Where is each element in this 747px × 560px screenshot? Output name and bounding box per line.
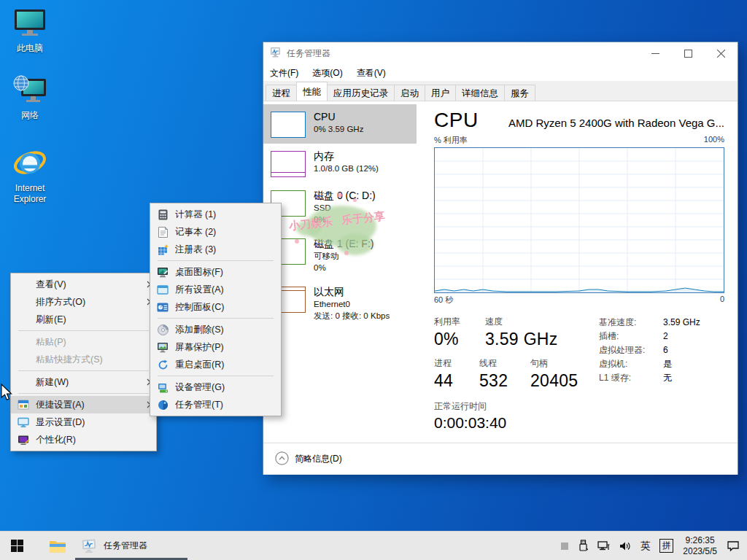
menu-separator (18, 330, 149, 331)
tab-users[interactable]: 用户 (425, 85, 456, 101)
cpu-details: 基准速度:3.59 GHz 插槽:2 虚拟处理器:6 虚拟机:是 L1 缓存:无 (599, 316, 700, 433)
detail-value: 3.59 GHz (663, 316, 700, 330)
menu-item-sort-by[interactable]: 排序方式(O) (11, 293, 156, 311)
handles-label: 句柄 (530, 357, 578, 370)
submenu-item-restart-desktop[interactable]: 重启桌面(R) (150, 356, 281, 373)
personalize-icon (11, 434, 36, 446)
speed-label: 速度 (485, 316, 558, 328)
chart-xmin: 60 秒 (434, 295, 453, 306)
collapse-chevron-icon[interactable] (275, 451, 289, 467)
clock-time: 9:26:35 (686, 535, 715, 545)
sidebar-item-ethernet[interactable]: 以太网 Ethernet0 发送: 0 接收: 0 Kbps (263, 279, 417, 327)
desktop-icons-icon (150, 267, 175, 278)
action-center-icon[interactable] (727, 540, 740, 552)
screensaver-icon (150, 342, 175, 353)
tab-startup[interactable]: 启动 (394, 85, 425, 101)
tab-app-history[interactable]: 应用历史记录 (327, 85, 395, 101)
menu-item-refresh[interactable]: 刷新(E) (11, 311, 156, 328)
sidebar-item-title: 以太网 (314, 285, 390, 298)
menu-file[interactable]: 文件(F) (270, 67, 298, 79)
tab-processes[interactable]: 进程 (266, 85, 297, 101)
menu-item-personalize[interactable]: 个性化(R) (11, 431, 156, 448)
cpu-usage-chart[interactable] (434, 147, 724, 293)
sidebar-item-memory[interactable]: 内存 1.0/8.0 GB (12%) (263, 144, 417, 183)
usb-device-icon[interactable] (578, 540, 588, 552)
tab-services[interactable]: 服务 (504, 85, 535, 101)
menu-item-quick-settings[interactable]: 便捷设置(A) (11, 396, 156, 413)
menu-separator (158, 318, 274, 319)
sidebar-item-stat: 0% 3.59 GHz (314, 123, 363, 135)
network-tray-icon[interactable] (597, 541, 610, 551)
submenu-item-control-panel[interactable]: 控制面板(C) (150, 298, 281, 316)
device-manager-icon (150, 382, 175, 393)
submenu-item-registry[interactable]: 注册表 (3) (150, 241, 281, 258)
hidden-icons-button[interactable] (560, 542, 569, 551)
file-explorer-button[interactable] (40, 532, 74, 560)
task-manager-taskbar-icon (82, 539, 98, 553)
sidebar-item-disk1[interactable]: 磁盘 1 (E: F:) 可移动 0% (263, 231, 417, 279)
util-label: 利用率 (434, 316, 485, 328)
ime-mode-indicator[interactable]: 拼 (659, 539, 673, 553)
close-button[interactable] (705, 42, 738, 65)
submenu-item-notepad[interactable]: 记事本 (2) (150, 223, 281, 241)
menu-view[interactable]: 查看(V) (357, 67, 386, 79)
cpu-panel: CPU AMD Ryzen 5 2400G with Radeon Vega G… (417, 101, 738, 475)
submenu-item-desktop-icons[interactable]: 桌面图标(F) (150, 263, 281, 281)
detail-value: 6 (663, 343, 668, 357)
submenu-item-screensaver[interactable]: 屏幕保护(P) (150, 338, 281, 356)
cpu-heading: CPU (434, 109, 479, 132)
network-icon (12, 73, 47, 108)
menu-item-new[interactable]: 新建(W) (11, 373, 156, 391)
maximize-button[interactable] (672, 42, 705, 65)
sidebar-item-title: 内存 (314, 149, 379, 163)
submenu-item-all-settings[interactable]: 所有设置(A) (150, 281, 281, 298)
submenu-item-add-remove[interactable]: 添加删除(S) (150, 321, 281, 338)
minimize-button[interactable] (639, 42, 672, 65)
desktop-icon-internet-explorer[interactable]: Internet Explorer (1, 146, 58, 205)
taskbar-clock[interactable]: 9:26:35 2023/5/5 (683, 535, 717, 557)
detail-label: 虚拟处理器: (599, 343, 663, 357)
sidebar-item-stat: Ethernet0 (314, 298, 390, 310)
window-title: 任务管理器 (287, 47, 639, 60)
menu-item-view[interactable]: 查看(V) (11, 276, 156, 293)
submenu-item-task-manager[interactable]: 任务管理(T) (150, 396, 281, 413)
detail-label: 基准速度: (599, 316, 663, 330)
menu-item-display-settings[interactable]: 显示设置(D) (11, 413, 156, 431)
menu-separator (18, 393, 149, 394)
menu-bar: 文件(F) 选项(O) 查看(V) (263, 65, 738, 81)
all-settings-icon (150, 285, 175, 295)
menu-options[interactable]: 选项(O) (312, 67, 342, 79)
menu-separator (158, 376, 274, 376)
quick-settings-icon (11, 399, 36, 411)
desktop-icon-label: Internet Explorer (1, 183, 58, 205)
restart-desktop-icon (150, 359, 175, 370)
task-manager-window: 任务管理器 文件(F) 选项(O) 查看(V) 进程 性能 应用历史记录 启动 … (263, 42, 738, 475)
titlebar[interactable]: 任务管理器 (263, 42, 738, 65)
chart-xmax: 0 (720, 295, 724, 306)
menu-separator (158, 260, 274, 261)
speed-value: 3.59 GHz (485, 328, 558, 350)
desktop-icon-this-pc[interactable]: 此电脑 (1, 6, 58, 54)
volume-icon[interactable] (619, 541, 631, 551)
detail-label: 虚拟机: (599, 357, 663, 371)
tab-performance[interactable]: 性能 (296, 82, 328, 101)
add-remove-programs-icon (150, 324, 175, 335)
desktop-icon-network[interactable]: 网络 (1, 73, 58, 121)
tab-details[interactable]: 详细信息 (455, 85, 505, 101)
language-indicator[interactable]: 英 (640, 540, 651, 553)
this-pc-icon (12, 6, 47, 41)
task-manager-menu-icon (150, 400, 175, 411)
taskbar-button-task-manager[interactable]: 任务管理器 (74, 532, 188, 560)
submenu-item-calculator[interactable]: 计算器 (1) (150, 206, 281, 223)
sidebar-item-cpu[interactable]: CPU 0% 3.59 GHz (263, 104, 417, 144)
cpu-model: AMD Ryzen 5 2400G with Radeon Vega G... (508, 117, 724, 129)
start-button[interactable] (0, 532, 34, 560)
task-manager-app-icon (270, 47, 282, 61)
sidebar-item-disk0[interactable]: 磁盘 0 (C: D:) SSD 0% (263, 183, 417, 231)
threads-label: 线程 (479, 357, 530, 370)
chart-ymax: 100% (704, 135, 724, 146)
desktop[interactable]: 此电脑 网络 In (0, 0, 747, 560)
fewer-details-toggle[interactable]: 简略信息(D) (295, 453, 342, 465)
windows-logo-icon (11, 540, 23, 552)
submenu-item-device-manager[interactable]: 设备管理(G) (150, 378, 281, 396)
